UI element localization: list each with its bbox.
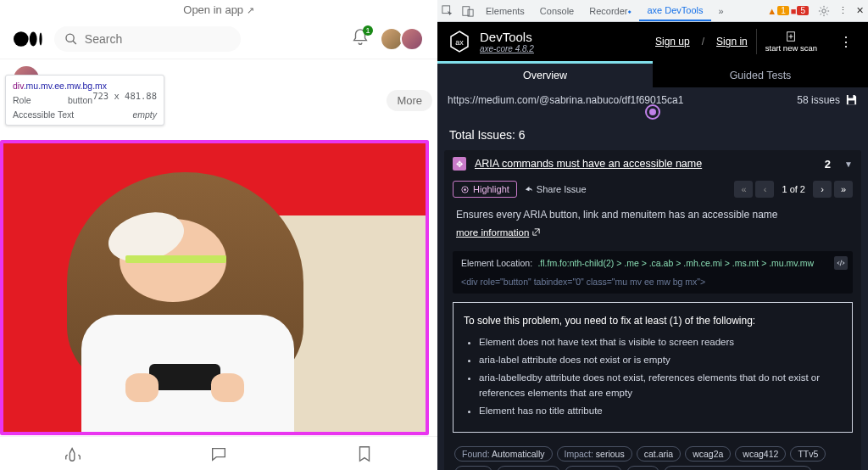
avatar-menu[interactable] bbox=[383, 27, 424, 51]
issue-title[interactable]: ARIA commands must have an accessible na… bbox=[475, 158, 816, 170]
open-in-app-link[interactable]: Open in app ↗ bbox=[0, 0, 437, 20]
notifications-button[interactable]: 1 bbox=[351, 28, 370, 50]
prev-button[interactable]: ‹ bbox=[755, 181, 774, 198]
share-issue-button[interactable]: Share Issue bbox=[524, 184, 587, 194]
element-location-block: Element Location: .fl.fm.fo:nth-child(2)… bbox=[453, 251, 853, 294]
element-inspector-tooltip: div.mu.mv.ee.mw.bg.mx 723 x 481.88 Roleb… bbox=[5, 75, 164, 126]
axe-header: ax DevTools axe-core 4.8.2 Sign up / Sig… bbox=[437, 22, 868, 61]
fix-item: aria-labelledby attribute does not exist… bbox=[479, 371, 842, 400]
search-box[interactable] bbox=[54, 26, 241, 52]
more-button[interactable]: More bbox=[387, 90, 432, 111]
plus-doc-icon bbox=[785, 31, 797, 42]
next-button[interactable]: › bbox=[813, 181, 832, 198]
devtools-tab-bar: Elements Console Recorder ⬥ axe DevTools… bbox=[437, 0, 868, 22]
inspect-code-icon[interactable] bbox=[834, 256, 848, 270]
svg-point-8 bbox=[822, 8, 826, 12]
target-icon bbox=[460, 185, 470, 194]
kebab-icon[interactable]: ⋮ bbox=[834, 5, 852, 16]
svg-rect-6 bbox=[463, 6, 470, 15]
svg-point-0 bbox=[14, 31, 29, 47]
tab-guided-tests[interactable]: Guided Tests bbox=[653, 61, 868, 87]
warning-icon: ▲ bbox=[767, 6, 776, 16]
svg-point-16 bbox=[464, 188, 466, 191]
more-information-link[interactable]: more information bbox=[444, 227, 861, 246]
focus-indicator bbox=[645, 104, 660, 120]
svg-point-1 bbox=[30, 32, 37, 47]
total-issues: Total Issues: 6 bbox=[437, 120, 868, 150]
svg-text:ax: ax bbox=[455, 38, 464, 47]
clap-icon[interactable] bbox=[64, 445, 82, 463]
error-icon: ■ bbox=[791, 6, 797, 16]
move-icon[interactable]: ✥ bbox=[453, 157, 466, 171]
medium-header: 1 bbox=[0, 20, 437, 59]
svg-point-3 bbox=[66, 34, 74, 42]
issue-header[interactable]: ✥ ARIA commands must have an accessible … bbox=[444, 150, 861, 177]
devtools-panel: Elements Console Recorder ⬥ axe DevTools… bbox=[437, 0, 868, 470]
fix-item: Element does not have text that is visib… bbox=[479, 335, 842, 350]
html-snippet: <div role="button" tabindex="0" class="m… bbox=[461, 277, 844, 287]
tab-axe-devtools[interactable]: axe DevTools bbox=[639, 0, 710, 21]
tab-console[interactable]: Console bbox=[532, 0, 581, 21]
external-link-icon bbox=[531, 227, 541, 237]
issue-toolbar: Highlight Share Issue « ‹ 1 of 2 › » bbox=[444, 177, 861, 204]
chevron-down-icon[interactable]: ▼ bbox=[844, 159, 853, 169]
new-scan-button[interactable]: start new scan bbox=[756, 29, 826, 54]
bookmark-icon[interactable] bbox=[355, 445, 374, 463]
selector-path: .fl.fm.fo:nth-child(2) > .me > .ca.ab > … bbox=[537, 258, 814, 268]
search-icon bbox=[64, 31, 78, 47]
page-indicator: 1 of 2 bbox=[782, 184, 805, 194]
svg-point-2 bbox=[39, 32, 42, 45]
axe-version[interactable]: axe-core 4.8.2 bbox=[480, 44, 534, 53]
issues-count: 58 issues bbox=[797, 94, 840, 106]
close-icon[interactable]: ✕ bbox=[852, 5, 868, 16]
comment-icon[interactable] bbox=[209, 445, 228, 463]
svg-rect-14 bbox=[849, 100, 855, 104]
signin-link[interactable]: Sign in bbox=[716, 36, 748, 48]
issue-description: Ensures every ARIA button, link and menu… bbox=[444, 204, 861, 227]
axe-menu-icon[interactable]: ⋮ bbox=[834, 34, 858, 50]
tab-recorder[interactable]: Recorder ⬥ bbox=[581, 0, 639, 21]
fix-item: aria-label attribute does not exist or i… bbox=[479, 353, 842, 367]
tabs-overflow[interactable]: » bbox=[711, 0, 732, 21]
inspect-element-icon[interactable] bbox=[437, 5, 458, 17]
fix-suggestions: To solve this problem, you need to fix a… bbox=[453, 302, 853, 433]
fix-item: Element has no title attribute bbox=[479, 404, 842, 418]
issue-card: ✥ ARIA commands must have an accessible … bbox=[444, 150, 861, 470]
axe-title: DevTools bbox=[480, 30, 534, 44]
issue-count: 2 bbox=[825, 158, 831, 171]
settings-icon[interactable] bbox=[814, 5, 834, 17]
last-button[interactable]: » bbox=[834, 181, 853, 198]
medium-logo[interactable] bbox=[14, 30, 44, 48]
search-input[interactable] bbox=[85, 32, 231, 46]
svg-line-4 bbox=[73, 41, 76, 44]
error-count[interactable]: 5 bbox=[797, 6, 809, 15]
tab-elements[interactable]: Elements bbox=[478, 0, 532, 21]
signup-link[interactable]: Sign up bbox=[655, 36, 690, 48]
medium-page: Open in app ↗ 1 9 min read·Draft d bbox=[0, 0, 437, 470]
first-button[interactable]: « bbox=[734, 181, 753, 198]
axe-subtabs: Overview Guided Tests bbox=[437, 61, 868, 87]
scanned-url: https://medium.com/@sabrina.nabuco/df1f6… bbox=[448, 94, 683, 106]
article-hero-image[interactable] bbox=[0, 140, 429, 435]
device-toolbar-icon[interactable] bbox=[458, 5, 478, 17]
fix-list: Element does not have text that is visib… bbox=[464, 335, 842, 418]
tab-overview[interactable]: Overview bbox=[437, 61, 653, 87]
share-icon bbox=[524, 185, 533, 194]
issue-tags: Found: Automatically Impact: serious cat… bbox=[444, 441, 861, 470]
svg-rect-13 bbox=[849, 95, 854, 98]
highlight-button[interactable]: Highlight bbox=[453, 181, 517, 198]
warning-count[interactable]: 1 bbox=[777, 6, 789, 15]
save-icon[interactable] bbox=[845, 93, 858, 106]
avatar bbox=[400, 27, 424, 51]
bottom-action-bar bbox=[0, 436, 437, 470]
axe-logo-icon: ax bbox=[448, 30, 471, 53]
notification-badge: 1 bbox=[363, 25, 373, 36]
